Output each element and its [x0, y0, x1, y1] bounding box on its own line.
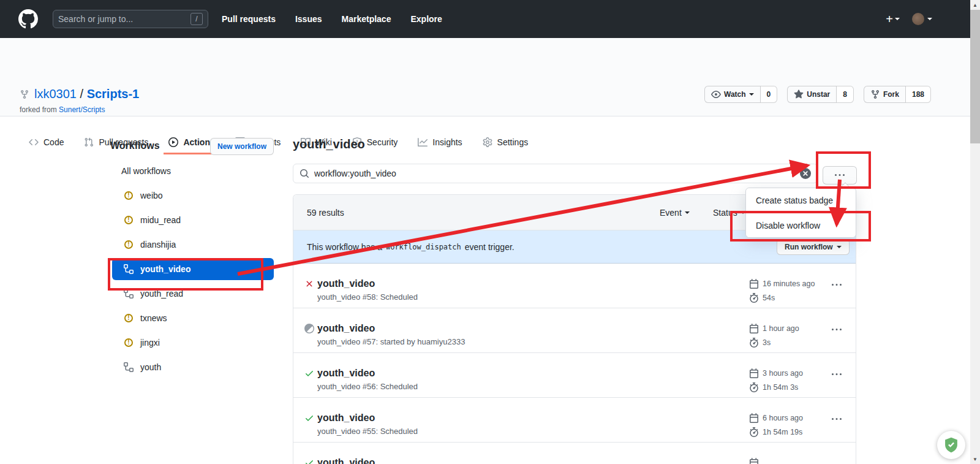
workflows-heading: Workflows: [110, 140, 160, 151]
star-icon: [794, 89, 804, 99]
workflow-item-dianshijia[interactable]: !dianshijia: [108, 232, 274, 257]
fork-count[interactable]: 188: [906, 86, 931, 103]
workflow-icon: [124, 362, 134, 372]
run-title-link[interactable]: youth_video: [317, 413, 375, 424]
repo-owner-link[interactable]: lxk0301: [34, 87, 77, 101]
avatar: [912, 13, 924, 25]
run-description: youth_video #57: started by huamiyu2333: [317, 337, 465, 346]
adguard-badge[interactable]: [937, 431, 965, 459]
star-count[interactable]: 8: [837, 86, 854, 103]
run-options-button[interactable]: [832, 414, 842, 427]
warning-icon: !: [124, 215, 134, 225]
repo-actions: Watch 0 Unstar 8 Fork 188: [704, 86, 931, 103]
calendar-icon: [749, 368, 759, 378]
run-options-button[interactable]: [832, 370, 842, 382]
workflow-item-midu-read[interactable]: !midu_read: [108, 208, 274, 232]
run-time: 1 hour ago: [749, 324, 799, 333]
fork-button[interactable]: Fork: [864, 86, 906, 103]
watch-count[interactable]: 0: [761, 86, 778, 103]
run-title-link[interactable]: youth_video: [317, 278, 375, 289]
scroll-up-arrow[interactable]: ▲: [970, 0, 980, 10]
unstar-button[interactable]: Unstar: [787, 86, 837, 103]
run-time: 16 minutes ago: [749, 279, 815, 289]
chevron-down-icon: [741, 211, 745, 214]
nav-pull-requests[interactable]: Pull requests: [222, 14, 276, 24]
create-new-button[interactable]: +: [886, 12, 900, 26]
workflow-item-youth[interactable]: youth: [108, 355, 274, 379]
run-title-link[interactable]: youth_video: [317, 457, 375, 464]
run-filter-input[interactable]: [314, 169, 795, 178]
global-search-input[interactable]: [58, 14, 190, 24]
workflow-list: All workflows !weibo !midu_read !dianshi…: [108, 159, 274, 379]
github-actions-page: / Pull requests Issues Marketplace Explo…: [0, 0, 980, 464]
repo-forked-icon: [870, 89, 880, 99]
workflow-item-youth-video[interactable]: youth_video: [112, 258, 274, 280]
code-icon: [29, 137, 39, 147]
user-menu-button[interactable]: [912, 13, 932, 25]
run-options-button[interactable]: [832, 325, 842, 337]
run-row: youth_video youth_video #55: Scheduled 6…: [293, 398, 856, 443]
nav-marketplace[interactable]: Marketplace: [342, 14, 391, 24]
repo-forked-icon: [20, 89, 29, 99]
forked-from-link[interactable]: Sunert/Scripts: [59, 105, 105, 114]
workflow-options-menu: Create status badge Disable workflow: [745, 188, 856, 238]
run-duration: 54s: [749, 293, 775, 303]
menu-item-create-status-badge[interactable]: Create status badge: [746, 188, 856, 213]
x-icon: [304, 279, 314, 289]
nav-issues[interactable]: Issues: [295, 14, 322, 24]
watch-button[interactable]: Watch: [704, 86, 761, 103]
star-group: Unstar 8: [787, 86, 854, 103]
stopwatch-icon: [749, 382, 759, 392]
chevron-down-icon: [895, 18, 900, 20]
warning-icon: !: [124, 338, 134, 348]
header-right: +: [886, 12, 932, 26]
workflow-item-jingxi[interactable]: !jingxi: [108, 330, 274, 355]
workflow-item-txnews[interactable]: !txnews: [108, 306, 274, 330]
run-time: 6 hours ago: [749, 413, 803, 423]
warning-icon: !: [124, 313, 134, 323]
chevron-down-icon: [749, 93, 754, 96]
run-title-link[interactable]: youth_video: [317, 323, 375, 334]
calendar-icon: [749, 279, 759, 289]
shield-check-icon: [943, 436, 960, 454]
menu-item-disable-workflow[interactable]: Disable workflow: [746, 213, 856, 237]
status-filter-dropdown[interactable]: Status: [713, 195, 745, 230]
stopwatch-icon: [749, 427, 759, 437]
scroll-down-arrow[interactable]: ▼: [970, 454, 980, 464]
new-workflow-button[interactable]: New workflow: [210, 138, 274, 155]
search-icon: [300, 169, 309, 178]
run-workflow-button[interactable]: Run workflow: [777, 239, 850, 255]
clear-filter-icon[interactable]: [800, 168, 811, 179]
repo-separator: /: [80, 87, 84, 101]
header-nav: Pull requests Issues Marketplace Explore: [222, 14, 442, 24]
workflow-item-youth-read[interactable]: youth_read: [108, 281, 274, 306]
code-span: workflow_dispatch: [386, 243, 461, 251]
tab-settings[interactable]: Settings: [478, 130, 533, 154]
workflow-icon: [124, 289, 134, 299]
fork-group: Fork 188: [864, 86, 931, 103]
run-title-link[interactable]: youth_video: [317, 368, 375, 379]
scrollbar-thumb[interactable]: [970, 10, 980, 143]
workflow-options-button[interactable]: [823, 166, 857, 184]
tab-code[interactable]: Code: [24, 130, 69, 154]
nav-explore[interactable]: Explore: [410, 14, 442, 24]
event-filter-dropdown[interactable]: Event: [660, 195, 690, 230]
run-duration: 3s: [749, 338, 771, 348]
calendar-icon: [749, 324, 759, 333]
workflow-item-all[interactable]: All workflows: [108, 159, 274, 183]
tab-insights[interactable]: Insights: [413, 130, 467, 154]
gear-icon: [483, 137, 492, 147]
repo-title: lxk0301 / Scripts-1: [20, 87, 139, 101]
scrollbar[interactable]: ▲ ▼: [970, 0, 980, 464]
warning-icon: !: [124, 191, 134, 200]
run-options-button[interactable]: [832, 280, 842, 292]
slash-key-hint: /: [190, 13, 203, 25]
check-icon: [304, 458, 314, 464]
repo-tabs: Code Pull requests Actions Projects Wiki…: [24, 130, 543, 154]
repo-name-link[interactable]: Scripts-1: [87, 87, 140, 101]
run-duration: 1h 54m 19s: [749, 427, 802, 437]
results-count: 59 results: [307, 208, 344, 218]
github-logo-icon[interactable]: [18, 9, 38, 29]
run-time: [749, 458, 763, 464]
workflow-item-weibo[interactable]: !weibo: [108, 183, 274, 208]
